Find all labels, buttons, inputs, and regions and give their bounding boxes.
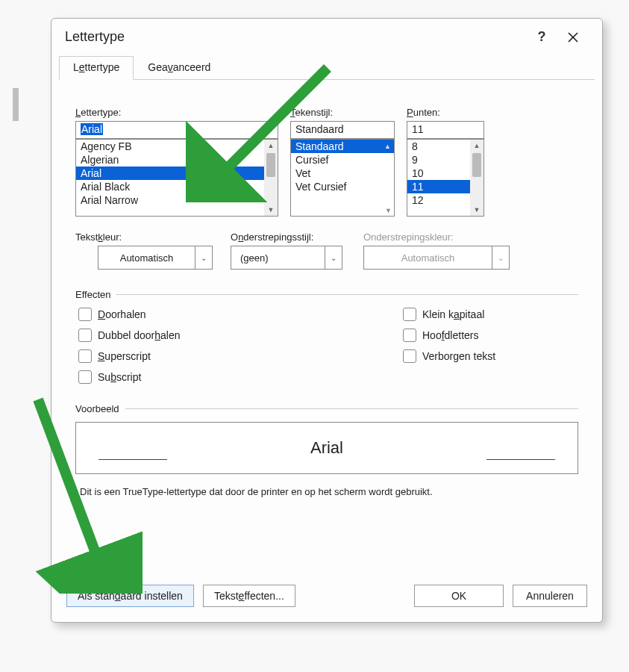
list-item[interactable]: Standaard ▲ [291,140,394,153]
font-dialog: Lettertype ? Lettertype Geavanceerd Lett… [51,18,603,623]
underline-style-value: (geen) [231,246,325,270]
font-list-scrollbar[interactable]: ▲ ▼ [264,140,278,216]
cancel-button[interactable]: Annuleren [513,585,587,607]
checkbox-hoofdletters[interactable]: Hoofdletters [403,329,578,342]
chevron-down-icon: ⌄ [492,246,510,270]
sort-down-icon: ▼ [385,207,392,214]
list-item[interactable]: Arial [76,167,278,180]
checkbox-dubbel-doorhalen[interactable]: Dubbel doorhalen [78,329,254,342]
close-icon [567,31,579,43]
chevron-down-icon[interactable]: ⌄ [325,246,342,270]
tabstrip: Lettertype Geavanceerd [59,52,595,80]
checkbox-superscript[interactable]: Superscript [78,349,254,363]
scroll-thumb[interactable] [472,153,481,177]
style-listbox[interactable]: Standaard ▲ Cursief Vet Vet Cursief ▼ [290,139,395,217]
checkbox-box [78,370,92,384]
label-onderstrepingskleur: Onderstrepingskleur: [363,231,513,243]
underline-color-combo: Automatisch ⌄ [363,246,510,270]
effects-legend: Effecten [75,289,110,300]
checkbox-subscript[interactable]: Subscript [78,370,254,384]
text-effects-button[interactable]: Teksteffecten... [203,585,295,607]
list-item[interactable]: Arial Narrow [76,193,278,207]
tab-geavanceerd[interactable]: Geavanceerd [134,56,225,80]
button-bar: Als standaard instellen Teksteffecten...… [51,571,602,622]
list-item[interactable]: Vet [291,167,394,180]
size-list-scrollbar[interactable]: ▲ ▼ [470,140,484,216]
document-edge-stub [13,88,19,121]
label-onderstreping: Onderstrepingsstijl: [231,231,350,243]
size-listbox[interactable]: 8 9 10 11 12 ▲ ▼ [407,139,484,217]
checkbox-doorhalen[interactable]: Doorhalen [78,308,254,321]
preview-group: Voorbeeld Arial [75,403,578,474]
list-item[interactable]: Algerian [76,153,278,167]
label-punten: Punten: [407,107,484,118]
checkbox-box [78,349,92,363]
font-listbox[interactable]: Agency FB Algerian Arial Arial Black Ari… [75,139,278,217]
dialog-title: Lettertype [65,29,526,45]
underline-style-combo[interactable]: (geen) ⌄ [231,246,342,270]
preview-text: Arial [310,438,343,458]
font-style-input[interactable]: Standaard [290,121,395,139]
checkbox-verborgen-tekst[interactable]: Verborgen tekst [403,349,578,363]
preview-legend: Voorbeeld [75,403,119,414]
checkbox-box [78,308,92,321]
font-size-input[interactable]: 11 [407,121,484,139]
scroll-down-icon[interactable]: ▼ [264,204,278,216]
chevron-down-icon[interactable]: ⌄ [195,246,213,270]
scroll-up-icon[interactable]: ▲ [470,140,484,152]
label-tekstkleur: Tekstkleur: [75,231,217,243]
help-button[interactable]: ? [526,29,557,45]
scroll-thumb[interactable] [266,153,275,177]
sort-up-icon: ▲ [384,143,391,150]
list-item[interactable]: Cursief [291,153,394,167]
dialog-body: Lettertype: Arial Agency FB Algerian Ari… [51,80,602,505]
scroll-up-icon[interactable]: ▲ [264,140,278,152]
font-name-input[interactable]: Arial [75,121,278,139]
label-lettertype: Lettertype: [75,107,278,118]
preview-box: Arial [75,422,578,474]
font-color-combo[interactable]: Automatisch ⌄ [98,246,213,270]
list-item[interactable]: Agency FB [76,140,278,153]
tab-lettertype[interactable]: Lettertype [59,56,134,80]
font-name-selected-text: Arial [81,123,103,135]
checkbox-klein-kapitaal[interactable]: Klein kapitaal [403,308,578,321]
list-item[interactable]: Vet Cursief [291,180,394,193]
scroll-down-icon[interactable]: ▼ [470,204,484,216]
underline-color-value: Automatisch [363,246,492,270]
titlebar: Lettertype ? [51,19,602,52]
list-item[interactable]: Arial Black [76,180,278,193]
checkbox-box [78,329,92,342]
effects-group: Effecten Doorhalen Dubbel doorhalen Su [75,289,578,384]
checkbox-box [403,329,416,342]
label-tekenstijl: Tekenstijl: [290,107,395,118]
set-default-button[interactable]: Als standaard instellen [66,585,194,607]
checkbox-box [403,308,416,321]
ok-button[interactable]: OK [414,585,504,607]
font-description: Dit is een TrueType-lettertype dat door … [75,486,578,497]
checkbox-box [403,349,416,363]
close-button[interactable] [557,31,589,43]
font-color-value: Automatisch [98,246,195,270]
